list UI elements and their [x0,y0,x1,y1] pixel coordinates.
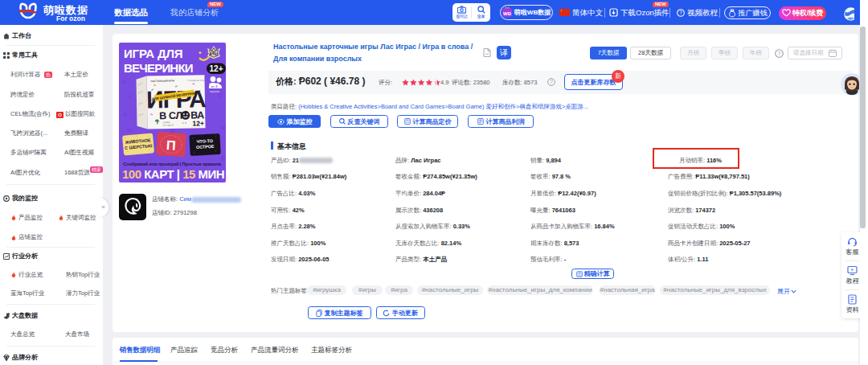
svg-text:100 КАРТ | 15 МИН: 100 КАРТ | 15 МИН [122,167,224,181]
svg-text:Соображай или проиграй | Прост: Соображай или проиграй | Простые правила [123,162,222,166]
svg-text:Я: Я [122,80,126,85]
svg-text:НАСТОЛЬНАЯ ИГРА: НАСТОЛЬНАЯ ИГРА [151,79,176,83]
svg-text:ЧТО-ТО: ЧТО-ТО [197,138,214,144]
svg-text:ИГРАС: ИГРАС [210,53,219,56]
svg-text:С: С [219,92,223,98]
svg-text:ВЕЧЕРИНКИ: ВЕЧЕРИНКИ [124,61,193,75]
svg-text:СЛОВА: СЛОВА [162,121,170,124]
svg-text:от 2: от 2 [211,84,219,88]
svg-text:?: ? [550,79,553,84]
svg-text:П: П [166,137,176,153]
svg-text:12+: 12+ [192,119,204,127]
svg-text:В СЛ: В СЛ [159,110,182,121]
svg-text:Э: Э [123,112,127,117]
svg-text:WB: WB [503,11,512,16]
svg-text:?: ? [679,10,682,15]
svg-text:К: К [129,94,133,100]
svg-text:Словарная игра: Словарная игра [187,79,204,82]
svg-text:12+: 12+ [210,64,223,73]
svg-text:Б: Б [221,155,225,161]
svg-text:ИГРА ДЛЯ: ИГРА ДЛЯ [124,47,182,60]
svg-text:от 2: от 2 [182,121,186,125]
svg-text:игроков: игроков [210,90,219,93]
svg-text:Ф: Ф [127,128,132,133]
svg-text:ОСТРОЕ: ОСТРОЕ [196,144,215,150]
svg-text:?: ? [778,51,781,56]
svg-text:ОТ А ДО Я: ОТ А ДО Я [162,123,173,126]
svg-text:Ю: Ю [220,125,226,130]
